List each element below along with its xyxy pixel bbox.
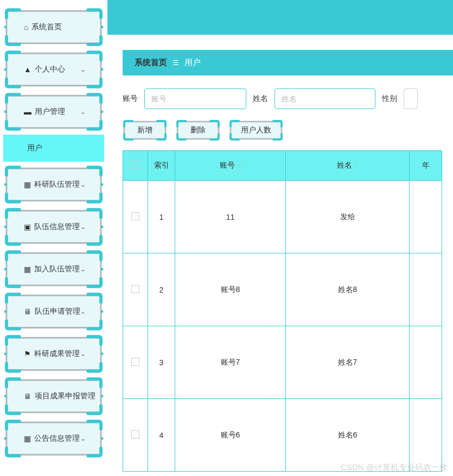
cell-account: 11 bbox=[175, 181, 286, 253]
gender-select[interactable] bbox=[404, 88, 418, 109]
delete-button[interactable]: 删除 bbox=[176, 120, 220, 141]
user-icon: ▲ bbox=[24, 65, 31, 74]
sidebar-submenu-user[interactable]: 用户 bbox=[3, 135, 104, 162]
cell-index: 4 bbox=[148, 399, 175, 472]
sidebar-item-label: ⚑ 科研成果管理 bbox=[24, 349, 80, 359]
header-year[interactable]: 年 bbox=[410, 151, 442, 181]
chevron-down-icon: ⌄ bbox=[80, 350, 86, 358]
chevron-down-icon: ⌄ bbox=[80, 223, 86, 231]
box-icon: ▣ bbox=[24, 223, 31, 231]
sidebar-item-0[interactable]: ⌂ 系统首页 bbox=[3, 8, 104, 47]
sidebar-item-label: ▲ 个人中心 bbox=[24, 65, 65, 74]
cell-index: 1 bbox=[148, 181, 175, 253]
sidebar-item-label: ▦ 加入队伍管理 bbox=[24, 264, 80, 274]
row-checkbox[interactable] bbox=[131, 430, 139, 439]
row-checkbox[interactable] bbox=[131, 358, 139, 366]
sidebar-item-1[interactable]: ▲ 个人中心 ⌄ bbox=[3, 50, 104, 89]
name-input[interactable] bbox=[275, 88, 375, 109]
name-label: 姓名 bbox=[253, 94, 268, 104]
sidebar-item-7[interactable]: ⚑ 科研成果管理 ⌄ bbox=[3, 334, 104, 373]
sidebar-item-5[interactable]: ▦ 加入队伍管理 ⌄ bbox=[3, 250, 104, 289]
chevron-down-icon: ⌄ bbox=[80, 308, 86, 315]
sidebar-item-9[interactable]: ▦ 公告信息管理 ⌄ bbox=[3, 419, 104, 458]
cell-account: 账号8 bbox=[175, 253, 286, 326]
grid-icon: ▦ bbox=[24, 265, 31, 274]
row-checkbox[interactable] bbox=[131, 285, 139, 293]
sidebar-item-2[interactable]: ▬ 用户管理 ⌄ bbox=[3, 92, 104, 131]
main-area: 系统首页 ☰ 用户 账号 姓名 性别 新增 删除 bbox=[107, 0, 453, 476]
header-index[interactable]: 索引 bbox=[148, 151, 175, 181]
account-label: 账号 bbox=[123, 94, 138, 104]
chevron-down-icon: ⌄ bbox=[80, 265, 86, 273]
cell-year bbox=[410, 181, 442, 253]
sort-icon: ⇅ bbox=[354, 163, 359, 169]
header-name[interactable]: 姓名⇅ bbox=[286, 151, 410, 181]
cell-name: 姓名6 bbox=[286, 399, 410, 472]
cell-name: 姓名7 bbox=[286, 326, 410, 399]
cell-account: 账号7 bbox=[175, 326, 286, 399]
monitor-icon: 🖥 bbox=[24, 307, 31, 316]
breadcrumb-separator-icon: ☰ bbox=[173, 59, 179, 67]
table-row: 4 账号6 姓名6 bbox=[123, 399, 442, 472]
sidebar: ⌂ 系统首页 ▲ 个人中心 ⌄ ▬ 用户管理 ⌄用户 ▦ 科研队伍管理 ⌄ ▣ … bbox=[0, 0, 107, 476]
sidebar-item-label: ▦ 科研队伍管理 bbox=[24, 180, 80, 189]
cell-year bbox=[410, 253, 442, 326]
chevron-down-icon: ⌄ bbox=[80, 392, 86, 400]
cell-account: 账号6 bbox=[175, 399, 286, 472]
filter-bar: 账号 姓名 性别 bbox=[123, 88, 453, 109]
sidebar-item-8[interactable]: 🖥 项目成果申报管理 ⌄ bbox=[3, 377, 104, 416]
table-row: 3 账号7 姓名7 bbox=[123, 326, 442, 399]
cell-index: 2 bbox=[148, 253, 175, 326]
chart-icon: ▬ bbox=[24, 107, 31, 116]
home-icon: ⌂ bbox=[24, 23, 28, 31]
gender-label: 性别 bbox=[382, 94, 397, 104]
sidebar-item-6[interactable]: 🖥 队伍申请管理 ⌄ bbox=[3, 292, 104, 331]
account-input[interactable] bbox=[144, 88, 246, 109]
cell-year bbox=[410, 399, 442, 472]
sort-icon: ⇅ bbox=[237, 163, 241, 169]
sidebar-item-label: ▦ 公告信息管理 bbox=[24, 434, 80, 443]
table-row: 1 11 发给 bbox=[123, 181, 442, 253]
grid-icon: ▦ bbox=[24, 434, 31, 443]
breadcrumb-home[interactable]: 系统首页 bbox=[135, 58, 167, 67]
chevron-down-icon: ⌄ bbox=[80, 108, 86, 116]
monitor-icon: 🖥 bbox=[24, 392, 31, 401]
sidebar-item-label: ▬ 用户管理 bbox=[24, 107, 65, 117]
chevron-down-icon: ⌄ bbox=[80, 181, 86, 188]
action-bar: 新增 删除 用户人数 bbox=[123, 120, 453, 141]
topbar bbox=[107, 0, 453, 35]
sidebar-item-3[interactable]: ▦ 科研队伍管理 ⌄ bbox=[3, 165, 104, 204]
cell-name: 姓名8 bbox=[286, 253, 410, 326]
cell-name: 发给 bbox=[286, 181, 410, 253]
add-button[interactable]: 新增 bbox=[123, 120, 167, 141]
grid-icon: ▦ bbox=[24, 180, 31, 189]
breadcrumb-current: 用户 bbox=[184, 58, 201, 67]
header-account[interactable]: 账号⇅ bbox=[175, 151, 286, 181]
breadcrumb: 系统首页 ☰ 用户 bbox=[123, 50, 453, 75]
sidebar-item-4[interactable]: ▣ 队伍信息管理 ⌄ bbox=[3, 207, 104, 246]
sidebar-item-label: 🖥 队伍申请管理 bbox=[24, 307, 80, 316]
sidebar-item-label: ⌂ 系统首页 bbox=[24, 22, 62, 32]
table-row: 2 账号8 姓名8 bbox=[123, 253, 442, 326]
flag-icon: ⚑ bbox=[24, 350, 31, 358]
chevron-down-icon: ⌄ bbox=[80, 66, 86, 73]
chevron-down-icon: ⌄ bbox=[80, 435, 86, 442]
user-count-button[interactable]: 用户人数 bbox=[229, 120, 283, 141]
cell-index: 3 bbox=[148, 326, 175, 399]
select-all-checkbox[interactable] bbox=[131, 161, 139, 169]
row-checkbox[interactable] bbox=[131, 212, 139, 220]
user-table: 索引 账号⇅ 姓名⇅ 年 1 11 发给 2 账号8 姓名8 3 账号7 姓名7… bbox=[123, 150, 442, 472]
sidebar-item-label: ▣ 队伍信息管理 bbox=[24, 222, 80, 232]
cell-year bbox=[410, 326, 442, 399]
